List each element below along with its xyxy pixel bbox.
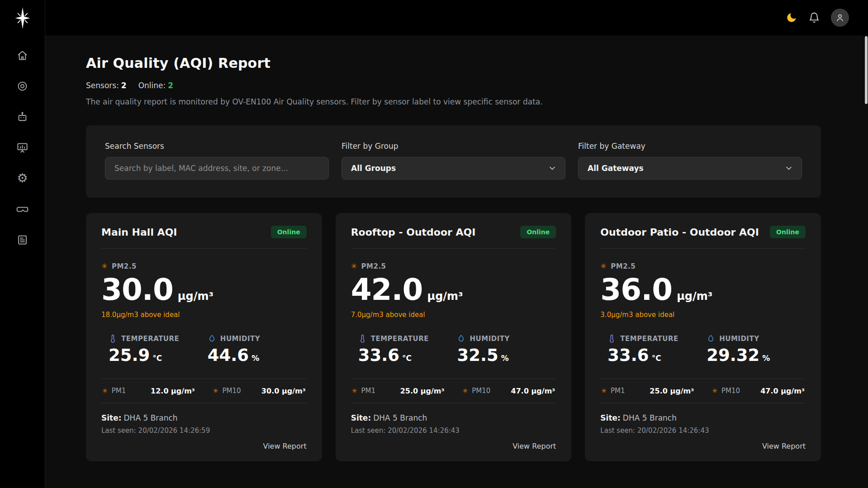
online-count: 2: [168, 81, 173, 90]
logo-sparkle-icon[interactable]: [11, 6, 34, 30]
pm-particle-icon: ✳: [102, 388, 108, 394]
pm-particle-icon: ✳: [601, 388, 607, 394]
humidity-unit: %: [251, 354, 259, 363]
thermometer-icon: [358, 334, 367, 343]
gateway-filter-select[interactable]: All Gateways: [578, 157, 802, 180]
pm1-cell: ✳PM1 25.0 µg/m³: [601, 387, 694, 395]
pm25-label: PM2.5: [112, 262, 137, 270]
droplet-icon: [457, 334, 465, 343]
temperature-unit: °C: [402, 354, 412, 363]
sensor-card-title: Main Hall AQI: [101, 227, 177, 238]
status-badge: Online: [520, 226, 556, 238]
pm25-label: PM2.5: [361, 262, 386, 270]
site-label: Site:: [351, 413, 371, 422]
card-header: Outdoor Patio - Outdoor AQI Online: [600, 226, 806, 249]
online-stat: Online:2: [138, 81, 173, 90]
pm-extra-row: ✳PM1 25.0 µg/m³ ✳PM10 47.0 µg/m³: [600, 379, 806, 403]
env-readings: TEMPERATURE 25.9 °C: [101, 334, 307, 365]
notifications-button[interactable]: [808, 12, 820, 24]
ideal-note: 3.0µg/m3 above ideal: [600, 311, 806, 319]
pm1-label: PM1: [361, 387, 375, 395]
pm10-value: 30.0 µg/m³: [261, 387, 306, 395]
humidity-unit: %: [762, 354, 770, 363]
pm25-unit: µg/m³: [677, 290, 712, 303]
pm-particle-icon: ✳: [462, 388, 468, 394]
search-input[interactable]: [105, 157, 329, 180]
gateway-filter-label: Filter by Gateway: [578, 142, 802, 151]
temperature-unit: °C: [152, 354, 162, 363]
pm10-label: PM10: [472, 387, 490, 395]
scrollbar[interactable]: [865, 36, 868, 104]
user-icon: [835, 13, 845, 23]
pm25-value: 42.0: [351, 275, 423, 305]
temperature-value: 33.6: [607, 346, 649, 365]
sidebar-item-settings[interactable]: ⚙: [16, 172, 29, 185]
view-report-link[interactable]: View Report: [762, 442, 806, 450]
pm1-value: 25.0 µg/m³: [400, 387, 445, 395]
sensor-card: Outdoor Patio - Outdoor AQI Online ✳ PM2…: [585, 213, 821, 461]
pm25-value: 36.0: [600, 275, 672, 305]
page-title: Air Quality (AQI) Report: [86, 55, 821, 71]
pm25-label-row: ✳ PM2.5: [101, 262, 307, 270]
pm-particle-icon: ✳: [712, 388, 717, 394]
sensors-stat: Sensors:2: [86, 81, 127, 90]
pm10-label: PM10: [223, 387, 241, 395]
theme-toggle-button[interactable]: [786, 12, 797, 24]
app-root: ⚙: [0, 0, 868, 488]
sidebar-item-target[interactable]: [16, 80, 29, 92]
thermometer-icon: [607, 334, 616, 343]
user-avatar[interactable]: [831, 9, 849, 27]
pm25-label-row: ✳ PM2.5: [351, 262, 556, 270]
main-column: Air Quality (AQI) Report Sensors:2 Onlin…: [45, 0, 868, 488]
group-filter-value: All Groups: [351, 164, 396, 173]
sensor-card-title: Rooftop - Outdoor AQI: [351, 227, 476, 238]
sidebar-item-presentation-chart[interactable]: [16, 141, 29, 154]
droplet-icon: [707, 334, 715, 343]
view-report-link[interactable]: View Report: [263, 442, 307, 450]
thermometer-icon: [109, 334, 117, 343]
sidebar-item-vr-goggles[interactable]: [16, 203, 29, 215]
group-filter-select[interactable]: All Groups: [342, 157, 565, 180]
pm1-label: PM1: [112, 387, 126, 395]
pm-extra-row: ✳PM1 12.0 µg/m³ ✳PM10 30.0 µg/m³: [101, 379, 307, 403]
pm-particle-icon: ✳: [213, 388, 218, 394]
pm25-section: ✳ PM2.5 30.0 µg/m³ 18.0µg/m3 above ideal: [101, 262, 307, 319]
pm25-label: PM2.5: [611, 262, 636, 270]
pm-particle-icon: ✳: [351, 263, 357, 270]
pm25-section: ✳ PM2.5 42.0 µg/m³ 7.0µg/m3 above ideal: [351, 262, 556, 319]
group-filter-label: Filter by Group: [342, 142, 565, 151]
pm25-value-row: 30.0 µg/m³: [101, 275, 307, 305]
sensor-card: Main Hall AQI Online ✳ PM2.5 30.0 µg/m³ …: [86, 213, 322, 461]
humidity-block: HUMIDITY 29.32 %: [707, 334, 806, 365]
ideal-note: 18.0µg/m3 above ideal: [101, 311, 307, 319]
temperature-label: TEMPERATURE: [371, 335, 429, 343]
site-label: Site:: [101, 413, 122, 422]
pm10-label: PM10: [721, 387, 740, 395]
group-filter-field: Filter by Group All Groups: [342, 142, 565, 180]
sensors-label: Sensors:: [86, 81, 119, 90]
pm10-value: 47.0 µg/m³: [511, 387, 555, 395]
site-value: DHA 5 Branch: [623, 413, 677, 422]
bell-icon: [808, 12, 820, 24]
pm10-value: 47.0 µg/m³: [760, 387, 805, 395]
temperature-block: TEMPERATURE 33.6 °C: [358, 334, 457, 365]
view-report-link[interactable]: View Report: [512, 442, 556, 450]
moon-icon: [786, 12, 797, 24]
card-header: Rooftop - Outdoor AQI Online: [351, 226, 556, 249]
temperature-value: 25.9: [109, 346, 150, 365]
sidebar-item-home[interactable]: [16, 49, 29, 62]
env-readings: TEMPERATURE 33.6 °C: [600, 334, 806, 365]
pm-extra-row: ✳PM1 25.0 µg/m³ ✳PM10 47.0 µg/m³: [351, 379, 556, 403]
droplet-icon: [208, 334, 216, 343]
site-label: Site:: [600, 413, 621, 422]
pm25-section: ✳ PM2.5 36.0 µg/m³ 3.0µg/m3 above ideal: [600, 262, 806, 319]
humidity-label: HUMIDITY: [470, 335, 509, 343]
temperature-label: TEMPERATURE: [121, 335, 179, 343]
last-seen: Last seen: 20/02/2026 14:26:43: [351, 426, 556, 435]
sidebar-item-reports[interactable]: [16, 233, 29, 246]
temperature-block: TEMPERATURE 25.9 °C: [109, 334, 208, 365]
pm25-value: 30.0: [101, 275, 173, 305]
env-readings: TEMPERATURE 33.6 °C: [351, 334, 556, 365]
sidebar-item-robot-devices[interactable]: [16, 110, 29, 123]
sensor-card-title: Outdoor Patio - Outdoor AQI: [600, 227, 759, 238]
